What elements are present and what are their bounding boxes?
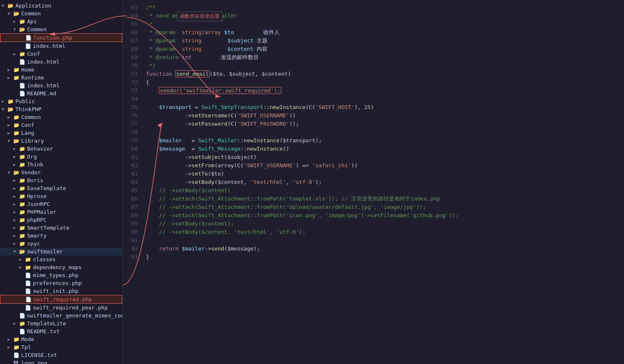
tree-item-library[interactable]: 📂Library: [0, 137, 122, 145]
tree-label-spyc: spyc: [27, 240, 40, 247]
tree-label-vendor: Vendor: [21, 169, 41, 176]
tree-icon-application: 📂: [7, 3, 14, 9]
tree-item-behavior[interactable]: 📁Behavior: [0, 145, 122, 153]
line-content-79: $mailer = Swift_Mailer::newInstance($tra…: [143, 136, 624, 145]
file-tree[interactable]: 📂Application📂Common📁Api📂Common📄function.…: [0, 0, 123, 364]
line-number-76: 76: [123, 111, 143, 120]
tree-icon-swiftmailer-config: 📄: [19, 313, 25, 319]
tree-icon-conf-tp: 📁: [13, 122, 20, 128]
tree-icon-phprpc: 📁: [19, 217, 26, 223]
code-line-86: 86 // ->attach(Swift_Attachment::fromPat…: [123, 195, 624, 203]
tree-item-conf-tp[interactable]: 📁Conf: [0, 121, 122, 129]
tree-item-home[interactable]: 📁Home: [0, 66, 122, 74]
tree-arrow-behavior: [13, 146, 19, 151]
line-content-69: * @return int 发送的邮件数目: [143, 53, 624, 62]
tree-item-vendor[interactable]: 📂Vendor: [0, 168, 122, 176]
tree-item-license[interactable]: 📄LICENSE.txt: [0, 351, 122, 359]
tree-item-swift-required[interactable]: 📄swift_required.php: [0, 295, 122, 304]
tree-icon-swift-required: 📄: [25, 297, 32, 302]
tree-item-api[interactable]: 📁Api: [0, 17, 122, 25]
tree-item-swiftmailer[interactable]: 📂swiftmailer: [0, 248, 122, 255]
tree-icon-index-html-common: 📄: [25, 43, 32, 49]
tree-item-common-sub[interactable]: 📂Common: [0, 25, 122, 33]
line-number-81: 81: [123, 153, 143, 161]
tree-icon-readme-md: 📄: [19, 91, 26, 97]
tree-item-hprose[interactable]: 📁Hprose: [0, 192, 122, 200]
tree-label-swiftmailer: swiftmailer: [27, 248, 63, 255]
tree-icon-runtime: 📁: [13, 75, 20, 81]
tree-arrow-jsonrpc: [13, 202, 19, 206]
tree-item-mime-types[interactable]: 📄mime_types.php: [0, 271, 122, 279]
tree-item-conf[interactable]: 📁Conf: [0, 50, 122, 58]
tree-item-readme-md[interactable]: 📄README.md: [0, 89, 122, 97]
tree-label-jsonrpc: JsonRPC: [27, 201, 50, 207]
tree-icon-license: 📄: [13, 352, 20, 358]
tree-arrow-vendor: [7, 170, 13, 175]
code-line-81: 81 ->setSubject($subject): [123, 153, 624, 161]
code-editor: 函数所在目录位置 63/**64 * send email by swiftma…: [123, 0, 624, 364]
tree-item-jsonrpc[interactable]: 📁JsonRPC: [0, 200, 122, 208]
tree-item-classes[interactable]: 📁classes: [0, 255, 122, 263]
tree-item-smarty[interactable]: 📁Smarty: [0, 232, 122, 240]
tree-label-readme-md: README.md: [27, 90, 56, 97]
tree-item-swift-required-pear[interactable]: 📄swift_required_pear.php: [0, 304, 122, 312]
tree-item-application[interactable]: 📂Application: [0, 2, 122, 10]
tree-item-phpmailer[interactable]: 📁PHPMailer: [0, 208, 122, 216]
tree-label-smarttemplate: SmartTemplate: [27, 225, 69, 231]
line-number-87: 87: [123, 203, 143, 211]
tree-item-function-php[interactable]: 📄function.php: [0, 33, 122, 42]
tree-icon-function-php: 📄: [25, 35, 32, 41]
tree-label-conf: Conf: [27, 51, 40, 57]
tree-icon-vendor: 📂: [13, 170, 20, 176]
tree-item-common-tp[interactable]: 📁Common: [0, 113, 122, 121]
tree-item-boris[interactable]: 📁Boris: [0, 176, 122, 184]
tree-item-tpl[interactable]: 📁Tpl: [0, 343, 122, 351]
tree-item-common-root[interactable]: 📂Common: [0, 10, 122, 17]
line-content-72: {: [143, 78, 624, 87]
tree-item-thinkphp[interactable]: 📂ThinkPHP: [0, 105, 122, 113]
tree-arrow-public: [2, 99, 7, 104]
tree-item-index-html-rt[interactable]: 📄index.html: [0, 82, 122, 89]
tree-icon-api: 📁: [19, 19, 26, 25]
tree-item-preferences[interactable]: 📄preferences.php: [0, 279, 122, 287]
tree-arrow-swiftmailer: [13, 249, 19, 254]
tree-item-swift-init[interactable]: 📄swift_init.php: [0, 287, 122, 295]
tree-item-think[interactable]: 📁Think: [0, 161, 122, 168]
tree-arrow-spyc: [13, 241, 19, 246]
tree-arrow-conf: [13, 52, 19, 56]
line-number-74: 74: [123, 95, 143, 103]
tree-item-lang[interactable]: 📁Lang: [0, 129, 122, 137]
tree-item-org[interactable]: 📁Org: [0, 153, 122, 161]
line-content-92: return $mailer->send($message);: [143, 245, 624, 253]
tree-item-runtime[interactable]: 📁Runtime: [0, 74, 122, 82]
tree-item-easetemplate[interactable]: 📁EaseTemplate: [0, 184, 122, 192]
tree-label-readme-txt: README.txt: [27, 328, 59, 334]
tree-item-readme-txt[interactable]: 📄README.txt: [0, 327, 122, 335]
tree-label-swift-required: swift_required.php: [33, 296, 92, 302]
code-line-72: 72{: [123, 78, 624, 87]
tree-arrow-classes: [19, 257, 25, 262]
code-container: 函数所在目录位置 63/**64 * send email by swiftma…: [123, 0, 624, 261]
code-line-73: 73 vendor('swiftmailer.swift_required');: [123, 87, 624, 95]
tree-arrow-boris: [13, 178, 19, 183]
tree-item-logo-png[interactable]: 🖼logo.png: [0, 359, 122, 364]
tree-icon-phpmailer: 📁: [19, 209, 26, 215]
tree-label-classes: classes: [33, 256, 56, 262]
tree-label-index-html-rt: index.html: [27, 82, 59, 89]
tree-item-smarttemplate[interactable]: 📁SmartTemplate: [0, 224, 122, 232]
tree-label-tpl: Tpl: [21, 344, 31, 350]
tree-item-public[interactable]: 📁Public: [0, 97, 122, 105]
tree-item-dependency-maps[interactable]: 📁dependency_maps: [0, 263, 122, 271]
tree-item-spyc[interactable]: 📁spyc: [0, 240, 122, 248]
tree-item-mode[interactable]: 📁Mode: [0, 335, 122, 343]
tree-item-swiftmailer-config[interactable]: 📄swiftmailer_generate_mimes_config.php: [0, 312, 122, 319]
tree-item-phprpc[interactable]: 📁phpRPC: [0, 216, 122, 224]
tree-item-templatelite[interactable]: 📁TemplateLite: [0, 319, 122, 327]
tree-item-index-html-app[interactable]: 📄index.html: [0, 58, 122, 66]
tree-icon-common-tp: 📁: [13, 114, 20, 120]
line-content-90: // ->setBody($content, 'text/html', 'utf…: [143, 228, 624, 236]
tree-arrow-phprpc: [13, 218, 19, 222]
line-number-71: 71: [123, 70, 143, 78]
tree-arrow-smarty: [13, 233, 19, 238]
tree-item-index-html-common[interactable]: 📄index.html: [0, 42, 122, 50]
